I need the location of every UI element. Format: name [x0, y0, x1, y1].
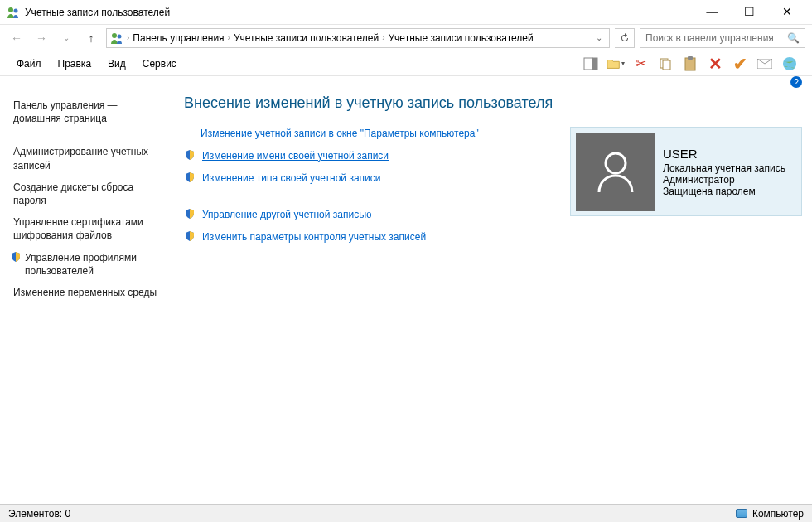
menu-edit[interactable]: Правка	[50, 58, 100, 70]
menu-bar: Файл Правка Вид Сервис ▾ ✂ ✕ ✔	[0, 51, 812, 76]
help-icon[interactable]: ?	[790, 76, 802, 88]
user-card: USER Локальная учетная запись Администра…	[570, 127, 802, 216]
paste-icon[interactable]	[681, 55, 699, 73]
svg-rect-9	[688, 56, 693, 60]
users-icon	[110, 31, 123, 45]
avatar	[576, 133, 655, 211]
link-type[interactable]: Изменение типа своей учетной записи	[184, 172, 553, 186]
svg-point-11	[783, 57, 796, 70]
recent-dropdown[interactable]: ⌄	[56, 28, 76, 48]
svg-rect-5	[592, 58, 597, 70]
search-box[interactable]: 🔍	[640, 28, 805, 48]
breadcrumb[interactable]: Панель управления	[133, 32, 224, 44]
address-dropdown[interactable]: ⌄	[592, 33, 606, 42]
refresh-button[interactable]	[615, 28, 635, 48]
svg-rect-7	[663, 60, 670, 70]
link-uac[interactable]: Изменить параметры контроля учетных запи…	[184, 230, 553, 244]
shield-icon	[184, 172, 197, 185]
status-count: Элементов: 0	[8, 508, 736, 520]
svg-rect-8	[685, 58, 695, 70]
folder-tool-icon[interactable]: ▾	[607, 55, 625, 73]
up-button[interactable]: ↑	[81, 28, 101, 48]
back-button[interactable]: ←	[7, 28, 27, 48]
cut-icon[interactable]: ✂	[631, 55, 650, 73]
sidebar-home[interactable]: Панель управления — домашняя страница	[10, 94, 167, 129]
user-type: Локальная учетная запись	[663, 162, 785, 174]
title-bar: Учетные записи пользователей — ☐ ✕	[0, 0, 812, 25]
globe-icon[interactable]	[781, 55, 799, 73]
sidebar: Панель управления — домашняя страница Ад…	[10, 94, 167, 494]
breadcrumb[interactable]: Учетные записи пользователей	[234, 32, 379, 44]
confirm-icon[interactable]: ✔	[731, 55, 749, 73]
close-button[interactable]: ✕	[768, 1, 805, 24]
address-box[interactable]: › Панель управления › Учетные записи пол…	[106, 28, 610, 48]
menu-file[interactable]: Файл	[8, 58, 50, 70]
sidebar-reset-disk[interactable]: Создание дискеты сброса пароля	[10, 176, 167, 211]
link-settings[interactable]: Изменение учетной записи в окне "Парамет…	[184, 127, 553, 141]
sidebar-env[interactable]: Изменение переменных среды	[10, 282, 167, 303]
forward-button[interactable]: →	[31, 28, 51, 48]
maximize-button[interactable]: ☐	[731, 1, 768, 24]
users-icon	[7, 6, 20, 19]
user-role: Администратор	[663, 174, 785, 186]
status-location: Компьютер	[752, 508, 804, 520]
link-rename[interactable]: Изменение имени своей учетной записи	[184, 149, 553, 163]
svg-rect-4	[584, 58, 592, 70]
menu-view[interactable]: Вид	[99, 58, 134, 70]
breadcrumb[interactable]: Учетные записи пользователей	[388, 32, 533, 44]
page-title: Внесение изменений в учетную запись поль…	[184, 94, 802, 112]
link-other[interactable]: Управление другой учетной записью	[184, 208, 553, 222]
svg-point-3	[118, 34, 122, 38]
delete-icon[interactable]: ✕	[706, 55, 724, 73]
status-bar: Элементов: 0 Компьютер	[0, 504, 812, 522]
sidebar-profiles[interactable]: Управление профилями пользователей	[10, 247, 167, 282]
main-content: Внесение изменений в учетную запись поль…	[176, 94, 802, 494]
shield-icon	[10, 251, 22, 266]
window-tool-icon[interactable]	[582, 55, 600, 73]
svg-point-12	[606, 153, 626, 173]
user-name: USER	[663, 147, 785, 161]
mail-icon[interactable]	[756, 55, 774, 73]
menu-service[interactable]: Сервис	[134, 58, 185, 70]
search-input[interactable]	[645, 32, 787, 44]
window-title: Учетные записи пользователей	[25, 7, 694, 18]
search-icon[interactable]: 🔍	[787, 32, 800, 44]
svg-point-1	[14, 8, 18, 12]
shield-icon	[184, 230, 197, 244]
shield-icon	[184, 208, 197, 221]
svg-point-2	[112, 33, 117, 38]
shield-icon	[184, 149, 197, 162]
address-bar: ← → ⌄ ↑ › Панель управления › Учетные за…	[0, 25, 812, 51]
svg-point-0	[8, 7, 13, 12]
copy-icon[interactable]	[656, 55, 674, 73]
user-protection: Защищена паролем	[663, 186, 785, 197]
sidebar-admin[interactable]: Администрирование учетных записей	[10, 141, 167, 176]
computer-icon	[736, 509, 747, 518]
sidebar-certs[interactable]: Управление сертификатами шифрования файл…	[10, 211, 167, 246]
minimize-button[interactable]: —	[694, 1, 731, 24]
